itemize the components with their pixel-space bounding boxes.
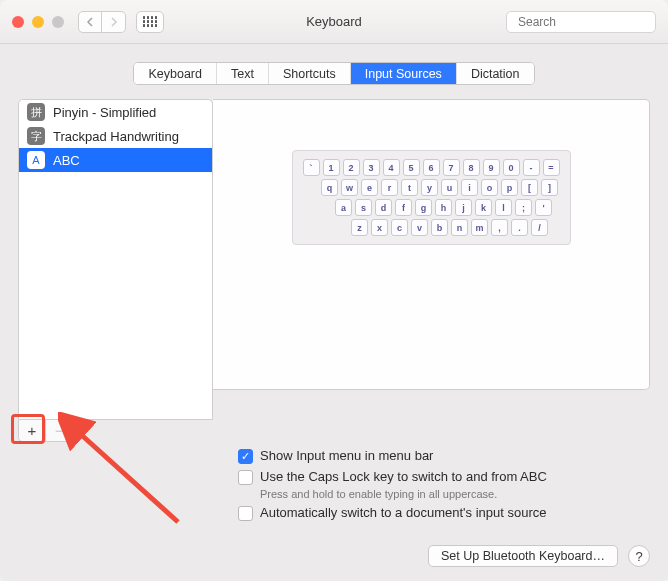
option-label: Use the Caps Lock key to switch to and f… bbox=[260, 469, 547, 484]
key: 1 bbox=[323, 159, 340, 176]
tab-shortcuts[interactable]: Shortcuts bbox=[268, 63, 350, 84]
key: 0 bbox=[503, 159, 520, 176]
preferences-window: Keyboard KeyboardTextShortcutsInput Sour… bbox=[0, 0, 668, 581]
key: ; bbox=[515, 199, 532, 216]
keyboard-preview-pane: `1234567890-=qwertyuiop[]asdfghjkl;'zxcv… bbox=[213, 99, 650, 390]
key: b bbox=[431, 219, 448, 236]
input-sources-list[interactable]: 拼Pinyin - Simplified字Trackpad Handwritin… bbox=[18, 99, 213, 420]
titlebar: Keyboard bbox=[0, 0, 668, 44]
key: l bbox=[495, 199, 512, 216]
key: 5 bbox=[403, 159, 420, 176]
key: ' bbox=[535, 199, 552, 216]
key: r bbox=[381, 179, 398, 196]
key: g bbox=[415, 199, 432, 216]
key: 3 bbox=[363, 159, 380, 176]
option-label: Automatically switch to a document's inp… bbox=[260, 505, 546, 520]
key: t bbox=[401, 179, 418, 196]
key: k bbox=[475, 199, 492, 216]
key: f bbox=[395, 199, 412, 216]
help-button[interactable]: ? bbox=[628, 545, 650, 567]
key: s bbox=[355, 199, 372, 216]
checkbox-unchecked-icon bbox=[238, 506, 253, 521]
key: 7 bbox=[443, 159, 460, 176]
key: ] bbox=[541, 179, 558, 196]
source-label: Trackpad Handwriting bbox=[53, 129, 179, 144]
key: i bbox=[461, 179, 478, 196]
source-row[interactable]: 字Trackpad Handwriting bbox=[19, 124, 212, 148]
chevron-left-icon bbox=[86, 17, 94, 27]
key: x bbox=[371, 219, 388, 236]
option-show-input-menu[interactable]: ✓ Show Input menu in menu bar bbox=[238, 448, 650, 464]
key: 6 bbox=[423, 159, 440, 176]
keyboard-row: qwertyuiop[] bbox=[304, 179, 558, 196]
source-badge-icon: 拼 bbox=[27, 103, 45, 121]
tab-input-sources[interactable]: Input Sources bbox=[350, 63, 456, 84]
key: ` bbox=[303, 159, 320, 176]
key: , bbox=[491, 219, 508, 236]
tab-keyboard[interactable]: Keyboard bbox=[134, 63, 216, 84]
key: - bbox=[523, 159, 540, 176]
window-traffic-lights bbox=[12, 16, 64, 28]
key: u bbox=[441, 179, 458, 196]
source-controls: + − bbox=[18, 420, 213, 442]
forward-button[interactable] bbox=[102, 11, 126, 33]
source-row[interactable]: 拼Pinyin - Simplified bbox=[19, 100, 212, 124]
bluetooth-keyboard-button[interactable]: Set Up Bluetooth Keyboard… bbox=[428, 545, 618, 567]
key: z bbox=[351, 219, 368, 236]
key: 9 bbox=[483, 159, 500, 176]
key: 8 bbox=[463, 159, 480, 176]
key: [ bbox=[521, 179, 538, 196]
source-row[interactable]: AABC bbox=[19, 148, 212, 172]
content-area: 拼Pinyin - Simplified字Trackpad Handwritin… bbox=[0, 99, 668, 535]
key: a bbox=[335, 199, 352, 216]
keyboard-row: `1234567890-= bbox=[303, 159, 560, 176]
key: 4 bbox=[383, 159, 400, 176]
key: c bbox=[391, 219, 408, 236]
checkbox-checked-icon: ✓ bbox=[238, 449, 253, 464]
keyboard-layout-preview: `1234567890-=qwertyuiop[]asdfghjkl;'zxcv… bbox=[292, 150, 571, 245]
grid-icon bbox=[143, 16, 158, 27]
chevron-right-icon bbox=[110, 17, 118, 27]
tab-text[interactable]: Text bbox=[216, 63, 268, 84]
option-label: Show Input menu in menu bar bbox=[260, 448, 433, 463]
close-window-button[interactable] bbox=[12, 16, 24, 28]
tab-dictation[interactable]: Dictation bbox=[456, 63, 534, 84]
keyboard-row: asdfghjkl;' bbox=[310, 199, 552, 216]
search-field[interactable] bbox=[506, 11, 656, 33]
zoom-window-button[interactable] bbox=[52, 16, 64, 28]
search-input[interactable] bbox=[518, 15, 668, 29]
key: v bbox=[411, 219, 428, 236]
options: ✓ Show Input menu in menu bar Use the Ca… bbox=[18, 448, 650, 521]
show-all-button[interactable] bbox=[136, 11, 164, 33]
key: . bbox=[511, 219, 528, 236]
nav-buttons bbox=[78, 11, 126, 33]
checkbox-unchecked-icon bbox=[238, 470, 253, 485]
option-sublabel: Press and hold to enable typing in all u… bbox=[260, 488, 650, 500]
key: n bbox=[451, 219, 468, 236]
tab-bar: KeyboardTextShortcutsInput SourcesDictat… bbox=[0, 44, 668, 99]
key: = bbox=[543, 159, 560, 176]
key: p bbox=[501, 179, 518, 196]
key: y bbox=[421, 179, 438, 196]
source-label: ABC bbox=[53, 153, 80, 168]
key: j bbox=[455, 199, 472, 216]
segmented-control: KeyboardTextShortcutsInput SourcesDictat… bbox=[133, 62, 534, 85]
key: 2 bbox=[343, 159, 360, 176]
source-badge-icon: 字 bbox=[27, 127, 45, 145]
panel: 拼Pinyin - Simplified字Trackpad Handwritin… bbox=[18, 99, 650, 442]
key: / bbox=[531, 219, 548, 236]
remove-source-button[interactable]: − bbox=[46, 420, 74, 442]
option-auto-switch[interactable]: Automatically switch to a document's inp… bbox=[238, 505, 650, 521]
back-button[interactable] bbox=[78, 11, 102, 33]
key: o bbox=[481, 179, 498, 196]
minimize-window-button[interactable] bbox=[32, 16, 44, 28]
key: e bbox=[361, 179, 378, 196]
sources-column: 拼Pinyin - Simplified字Trackpad Handwritin… bbox=[18, 99, 213, 442]
key: h bbox=[435, 199, 452, 216]
key: q bbox=[321, 179, 338, 196]
key: m bbox=[471, 219, 488, 236]
source-badge-icon: A bbox=[27, 151, 45, 169]
option-caps-lock-switch[interactable]: Use the Caps Lock key to switch to and f… bbox=[238, 469, 650, 485]
search-wrap bbox=[506, 11, 656, 33]
add-source-button[interactable]: + bbox=[18, 420, 46, 442]
